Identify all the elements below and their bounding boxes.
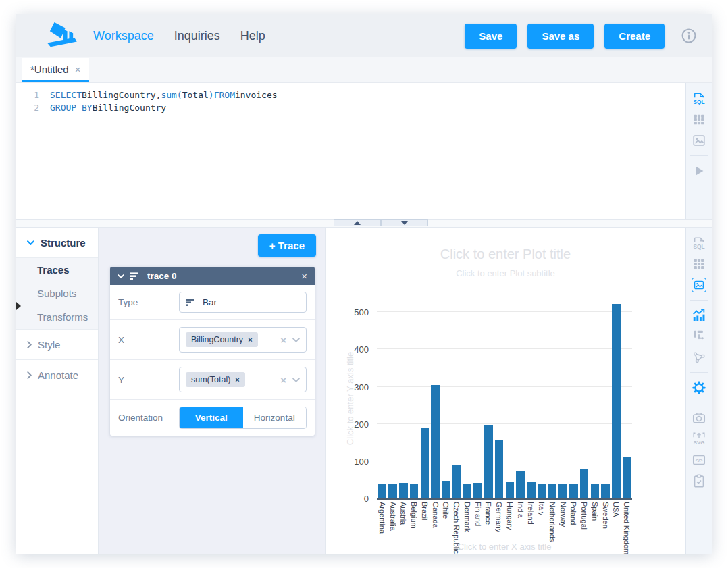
- chevron-down-icon[interactable]: [292, 378, 300, 382]
- sidebar-section-structure[interactable]: Structure: [16, 228, 98, 257]
- x-category-label: Denmark: [463, 502, 471, 532]
- triangle-up-icon: [354, 221, 361, 225]
- bar-Spain[interactable]: [591, 484, 600, 498]
- tab-untitled[interactable]: *Untitled ×: [22, 58, 89, 82]
- create-button[interactable]: Create: [604, 24, 665, 49]
- chart-image-icon[interactable]: [692, 133, 706, 148]
- bar-Brazil[interactable]: [421, 428, 430, 498]
- save-button[interactable]: Save: [465, 24, 517, 49]
- toolbar-divider: [690, 372, 708, 373]
- bar-Austria[interactable]: [399, 483, 408, 499]
- bar-United Kingdom[interactable]: [623, 457, 631, 498]
- code-line[interactable]: 1SELECT BillingCountry, sum(Total) FROM …: [16, 88, 685, 101]
- chevron-down-icon[interactable]: [292, 338, 300, 342]
- bar-France[interactable]: [484, 425, 493, 498]
- plot-title-placeholder[interactable]: Click to enter Plot title: [326, 247, 685, 262]
- bar-chart-plot-area[interactable]: 0100200300400500ArgentinaAustraliaAustri…: [377, 299, 632, 500]
- embed-code-icon[interactable]: </>: [692, 453, 706, 467]
- orientation-vertical-option[interactable]: Vertical: [180, 407, 243, 428]
- trace-type-select[interactable]: Bar: [179, 292, 307, 313]
- toolbar-divider: [690, 300, 708, 301]
- sql-token: BillingCountry,: [82, 88, 161, 101]
- tab-close-icon[interactable]: ×: [75, 63, 81, 75]
- bar-Ireland[interactable]: [527, 482, 536, 498]
- tab-title: *Untitled: [30, 63, 69, 75]
- collapse-down-button[interactable]: [381, 219, 428, 226]
- bar-India[interactable]: [516, 471, 525, 498]
- sql-code-editor[interactable]: 1SELECT BillingCountry, sum(Total) FROM …: [16, 83, 685, 219]
- line-number: 1: [16, 88, 50, 101]
- panel-splitter[interactable]: [16, 219, 712, 228]
- code-line[interactable]: 2GROUP BY BillingCountry: [16, 101, 685, 114]
- camera-png-export-icon[interactable]: [692, 411, 706, 425]
- clear-select-icon[interactable]: ×: [280, 374, 286, 386]
- x-category-label: Finland: [474, 502, 482, 526]
- clear-select-icon[interactable]: ×: [280, 334, 286, 346]
- axes-move-icon[interactable]: [692, 329, 706, 344]
- bar-USA[interactable]: [612, 304, 621, 498]
- bar-Czech Republic[interactable]: [452, 465, 461, 498]
- nav-link-help[interactable]: Help: [240, 29, 265, 43]
- chart-traces-icon[interactable]: [692, 308, 706, 323]
- plot-subtitle-placeholder[interactable]: Click to enter Plot subtitle: [326, 268, 685, 278]
- bar-Chile[interactable]: [442, 481, 450, 498]
- lasso-annotate-icon[interactable]: [692, 350, 706, 365]
- sql-token: BillingCountry: [93, 101, 167, 114]
- trace-panel: + Trace trace 0 × Type: [99, 228, 326, 554]
- svg-export-icon[interactable]: SVG: [692, 432, 706, 446]
- x-category-label: Spain: [591, 502, 599, 521]
- x-axis-title-placeholder[interactable]: Click to enter X axis title: [458, 542, 552, 552]
- bar-Finland[interactable]: [473, 483, 482, 498]
- bar-Hungary[interactable]: [506, 482, 515, 498]
- falcon-logo-icon[interactable]: [46, 22, 77, 49]
- bar-Poland[interactable]: [569, 484, 578, 498]
- chart-image-icon[interactable]: [692, 278, 706, 292]
- bar-Argentina[interactable]: [378, 484, 387, 498]
- orientation-horizontal-option[interactable]: Horizontal: [243, 407, 307, 428]
- sql-token: ): [209, 88, 214, 101]
- bar-Denmark[interactable]: [463, 484, 472, 498]
- sidebar-item-traces[interactable]: Traces: [16, 258, 98, 282]
- settings-gear-icon[interactable]: [692, 380, 706, 395]
- remove-tag-icon[interactable]: ×: [248, 336, 252, 344]
- bar-Australia[interactable]: [388, 484, 397, 498]
- sql-file-icon[interactable]: SQL: [692, 91, 706, 106]
- trace-0-header[interactable]: trace 0 ×: [110, 267, 315, 285]
- x-category-label: Germany: [495, 502, 503, 532]
- sidebar-section-annotate[interactable]: Annotate: [16, 359, 98, 390]
- remove-tag-icon[interactable]: ×: [235, 376, 239, 384]
- sidebar-item-transforms[interactable]: Transforms: [16, 305, 98, 329]
- add-trace-button[interactable]: + Trace: [258, 234, 316, 257]
- panel-expand-handle[interactable]: [16, 302, 21, 310]
- data-table-icon[interactable]: [692, 257, 706, 272]
- y-axis-title-placeholder[interactable]: Click to enter Y axis title: [345, 352, 355, 445]
- x-column-tag[interactable]: BillingCountry ×: [186, 332, 258, 347]
- sql-token: GROUP BY: [50, 101, 93, 114]
- sidebar-section-style[interactable]: Style: [16, 329, 98, 359]
- bar-Norway[interactable]: [558, 484, 567, 498]
- bar-Netherlands[interactable]: [548, 484, 557, 498]
- y-column-tag[interactable]: sum(Total) ×: [186, 372, 245, 387]
- close-trace-icon[interactable]: ×: [301, 270, 307, 282]
- nav-link-workspace[interactable]: Workspace: [93, 29, 154, 43]
- line-number: 2: [16, 101, 50, 114]
- bar-Germany[interactable]: [495, 440, 504, 498]
- sql-token: SELECT: [50, 88, 82, 101]
- bar-Italy[interactable]: [538, 484, 546, 498]
- nav-link-inquiries[interactable]: Inquiries: [174, 29, 220, 43]
- collapse-up-button[interactable]: [334, 219, 381, 226]
- bar-Canada[interactable]: [431, 385, 440, 498]
- bar-Sweden[interactable]: [601, 484, 610, 498]
- copy-clipboard-icon[interactable]: [692, 473, 706, 488]
- bar-Portugal[interactable]: [580, 469, 589, 498]
- svg-text:</>: </>: [696, 457, 703, 463]
- data-table-icon[interactable]: [692, 112, 706, 127]
- run-play-icon[interactable]: [692, 163, 706, 178]
- y-column-select[interactable]: sum(Total) × ×: [179, 367, 307, 392]
- x-column-select[interactable]: BillingCountry × ×: [179, 327, 307, 353]
- sidebar-item-subplots[interactable]: Subplots: [16, 282, 98, 305]
- bar-Belgium[interactable]: [410, 484, 419, 498]
- sql-file-icon[interactable]: SQL: [692, 236, 706, 251]
- info-circle-icon[interactable]: [681, 28, 697, 44]
- save-as-button[interactable]: Save as: [527, 24, 594, 49]
